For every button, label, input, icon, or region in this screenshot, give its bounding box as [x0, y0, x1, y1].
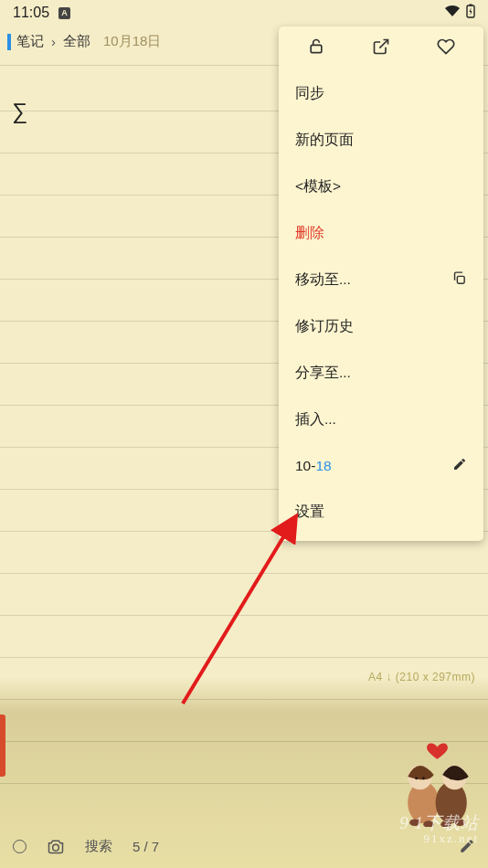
menu-move-to-label: 移动至... — [295, 270, 351, 290]
menu-revisions-label: 修订历史 — [295, 317, 354, 336]
menu-sync[interactable]: 同步 — [279, 70, 483, 117]
heart-icon[interactable] — [428, 37, 464, 59]
menu-move-to[interactable]: 移动至... — [279, 257, 483, 303]
menu-date[interactable]: 10-18 — [279, 443, 483, 489]
status-bar: 11:05 A — [0, 0, 488, 26]
paper-spec-label: A4 ↓ (210 x 297mm) — [368, 671, 475, 683]
bookmark-tab[interactable] — [0, 715, 5, 777]
menu-share-to[interactable]: 分享至... — [279, 350, 483, 397]
menu-sync-label: 同步 — [295, 84, 324, 103]
menu-share-to-label: 分享至... — [295, 364, 351, 383]
breadcrumb-marker — [7, 34, 11, 50]
edit-icon[interactable] — [459, 838, 475, 854]
svg-point-9 — [415, 777, 418, 779]
menu-delete-label: 删除 — [295, 224, 324, 243]
svg-line-4 — [183, 519, 294, 704]
svg-point-10 — [422, 777, 425, 779]
keyboard-indicator-icon: A — [58, 7, 70, 19]
search-label[interactable]: 搜索 — [85, 838, 112, 855]
camera-icon[interactable] — [47, 838, 65, 854]
menu-new-page-label: 新的页面 — [295, 131, 354, 150]
svg-point-11 — [450, 777, 452, 779]
svg-rect-3 — [457, 276, 464, 283]
battery-charging-icon — [466, 4, 475, 22]
breadcrumb-notes[interactable]: 笔记 — [16, 33, 44, 50]
breadcrumb-date: 10月18日 — [103, 33, 161, 50]
copy-icon — [451, 270, 467, 290]
page-counter[interactable]: 5 / 7 — [133, 839, 159, 854]
menu-revisions[interactable]: 修订历史 — [279, 303, 483, 350]
menu-new-page[interactable]: 新的页面 — [279, 117, 483, 164]
pencil-icon — [452, 457, 467, 475]
breadcrumb-sep: › — [51, 34, 56, 49]
status-time: 11:05 — [13, 5, 49, 21]
svg-point-12 — [457, 777, 460, 779]
lock-icon[interactable] — [298, 37, 334, 59]
record-icon[interactable] — [13, 840, 27, 853]
breadcrumb-all[interactable]: 全部 — [63, 33, 90, 50]
menu-insert[interactable]: 插入... — [279, 397, 483, 443]
open-external-icon[interactable] — [363, 37, 399, 59]
menu-template-label: <模板> — [295, 177, 341, 196]
svg-point-17 — [53, 844, 59, 851]
note-content-sigma[interactable]: ∑ — [12, 99, 27, 124]
menu-template[interactable]: <模板> — [279, 164, 483, 210]
menu-insert-label: 插入... — [295, 410, 336, 429]
overflow-menu: 同步 新的页面 <模板> 删除 移动至... 修订历史 分享至... 插入...… — [279, 26, 483, 541]
wifi-icon — [444, 5, 461, 21]
menu-date-label: 10-18 — [295, 458, 332, 474]
svg-rect-1 — [470, 5, 472, 6]
annotation-arrow — [174, 503, 320, 713]
svg-rect-2 — [311, 45, 322, 52]
menu-delete[interactable]: 删除 — [279, 210, 483, 257]
bottom-toolbar: 搜索 5 / 7 — [0, 824, 488, 868]
